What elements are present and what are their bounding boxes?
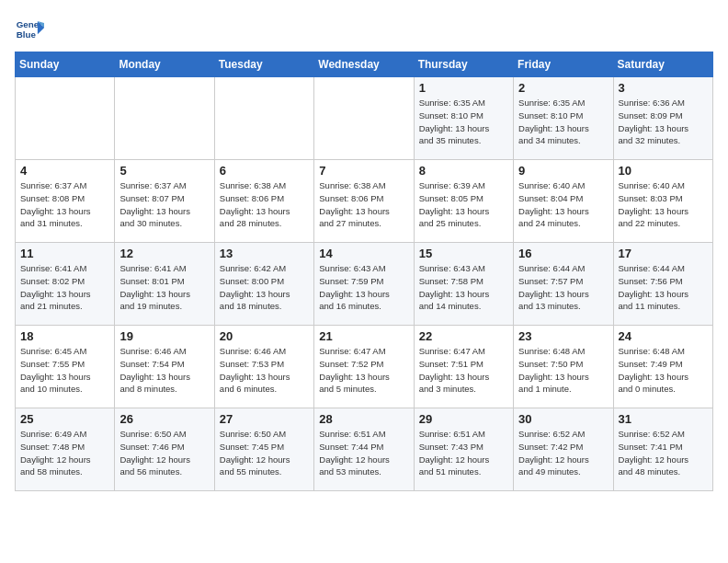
day-number: 24 (619, 329, 708, 343)
day-number: 11 (20, 247, 109, 260)
day-number: 15 (419, 247, 508, 260)
day-number: 9 (518, 164, 608, 178)
day-number: 14 (319, 247, 408, 260)
week-row-5: 25Sunrise: 6:49 AM Sunset: 7:48 PM Dayli… (16, 408, 713, 491)
week-row-2: 4Sunrise: 6:37 AM Sunset: 8:08 PM Daylig… (16, 160, 713, 243)
logo-icon: General Blue (15, 15, 44, 44)
day-info: Sunrise: 6:38 AM Sunset: 8:06 PM Dayligh… (220, 179, 309, 230)
day-number: 26 (119, 412, 209, 426)
day-number: 28 (319, 412, 408, 426)
day-info: Sunrise: 6:46 AM Sunset: 7:53 PM Dayligh… (220, 345, 309, 396)
weekday-header-row: SundayMondayTuesdayWednesdayThursdayFrid… (16, 52, 713, 77)
week-row-1: 1Sunrise: 6:35 AM Sunset: 8:10 PM Daylig… (16, 77, 713, 160)
logo: General Blue (15, 15, 50, 44)
day-info: Sunrise: 6:44 AM Sunset: 7:56 PM Dayligh… (619, 262, 708, 313)
day-info: Sunrise: 6:35 AM Sunset: 8:10 PM Dayligh… (419, 97, 508, 147)
calendar-cell (314, 77, 414, 160)
calendar-cell: 21Sunrise: 6:47 AM Sunset: 7:52 PM Dayli… (314, 326, 414, 408)
day-info: Sunrise: 6:35 AM Sunset: 8:10 PM Dayligh… (518, 97, 608, 147)
calendar-cell: 11Sunrise: 6:41 AM Sunset: 8:02 PM Dayli… (16, 243, 115, 326)
week-row-3: 11Sunrise: 6:41 AM Sunset: 8:02 PM Dayli… (16, 243, 713, 326)
day-info: Sunrise: 6:46 AM Sunset: 7:54 PM Dayligh… (119, 345, 209, 396)
day-info: Sunrise: 6:51 AM Sunset: 7:43 PM Dayligh… (419, 428, 508, 478)
day-number: 20 (220, 329, 309, 343)
calendar-cell (115, 77, 214, 160)
day-info: Sunrise: 6:41 AM Sunset: 8:01 PM Dayligh… (119, 262, 209, 313)
page-header: General Blue (15, 15, 713, 44)
day-info: Sunrise: 6:45 AM Sunset: 7:55 PM Dayligh… (20, 345, 109, 396)
calendar-cell: 4Sunrise: 6:37 AM Sunset: 8:08 PM Daylig… (16, 160, 115, 243)
day-number: 23 (518, 329, 608, 343)
day-number: 2 (518, 81, 608, 95)
weekday-header-sunday: Sunday (16, 52, 115, 77)
day-number: 13 (220, 247, 309, 260)
day-number: 21 (319, 329, 408, 343)
day-number: 8 (419, 164, 508, 178)
day-info: Sunrise: 6:39 AM Sunset: 8:05 PM Dayligh… (419, 179, 508, 230)
weekday-header-wednesday: Wednesday (314, 52, 414, 77)
calendar-cell: 14Sunrise: 6:43 AM Sunset: 7:59 PM Dayli… (314, 243, 414, 326)
day-info: Sunrise: 6:43 AM Sunset: 7:59 PM Dayligh… (319, 262, 408, 313)
day-number: 7 (319, 164, 408, 178)
day-info: Sunrise: 6:50 AM Sunset: 7:45 PM Dayligh… (220, 428, 309, 478)
day-number: 10 (619, 164, 708, 178)
day-info: Sunrise: 6:36 AM Sunset: 8:09 PM Dayligh… (619, 97, 708, 147)
day-number: 16 (518, 247, 608, 260)
calendar-cell: 2Sunrise: 6:35 AM Sunset: 8:10 PM Daylig… (514, 77, 613, 160)
day-info: Sunrise: 6:37 AM Sunset: 8:08 PM Dayligh… (20, 179, 109, 230)
day-number: 30 (518, 412, 608, 426)
day-number: 22 (419, 329, 508, 343)
day-number: 29 (419, 412, 508, 426)
calendar-cell: 12Sunrise: 6:41 AM Sunset: 8:01 PM Dayli… (115, 243, 214, 326)
day-info: Sunrise: 6:44 AM Sunset: 7:57 PM Dayligh… (518, 262, 608, 313)
day-info: Sunrise: 6:51 AM Sunset: 7:44 PM Dayligh… (319, 428, 408, 478)
week-row-4: 18Sunrise: 6:45 AM Sunset: 7:55 PM Dayli… (16, 326, 713, 408)
calendar-cell: 10Sunrise: 6:40 AM Sunset: 8:03 PM Dayli… (613, 160, 712, 243)
day-info: Sunrise: 6:47 AM Sunset: 7:51 PM Dayligh… (419, 345, 508, 396)
calendar-cell: 26Sunrise: 6:50 AM Sunset: 7:46 PM Dayli… (115, 408, 214, 491)
day-info: Sunrise: 6:52 AM Sunset: 7:42 PM Dayligh… (518, 428, 608, 478)
day-info: Sunrise: 6:48 AM Sunset: 7:49 PM Dayligh… (619, 345, 708, 396)
day-number: 5 (119, 164, 209, 178)
calendar-cell: 25Sunrise: 6:49 AM Sunset: 7:48 PM Dayli… (16, 408, 115, 491)
calendar-cell: 18Sunrise: 6:45 AM Sunset: 7:55 PM Dayli… (16, 326, 115, 408)
day-number: 25 (20, 412, 109, 426)
calendar-cell: 27Sunrise: 6:50 AM Sunset: 7:45 PM Dayli… (214, 408, 313, 491)
day-info: Sunrise: 6:47 AM Sunset: 7:52 PM Dayligh… (319, 345, 408, 396)
calendar-cell: 9Sunrise: 6:40 AM Sunset: 8:04 PM Daylig… (514, 160, 613, 243)
calendar-cell: 23Sunrise: 6:48 AM Sunset: 7:50 PM Dayli… (514, 326, 613, 408)
day-number: 1 (419, 81, 508, 95)
calendar-cell (214, 77, 313, 160)
calendar-cell: 24Sunrise: 6:48 AM Sunset: 7:49 PM Dayli… (613, 326, 712, 408)
day-info: Sunrise: 6:40 AM Sunset: 8:04 PM Dayligh… (518, 179, 608, 230)
calendar-cell: 20Sunrise: 6:46 AM Sunset: 7:53 PM Dayli… (214, 326, 313, 408)
calendar-cell: 3Sunrise: 6:36 AM Sunset: 8:09 PM Daylig… (613, 77, 712, 160)
calendar-table: SundayMondayTuesdayWednesdayThursdayFrid… (15, 52, 713, 491)
calendar-cell: 22Sunrise: 6:47 AM Sunset: 7:51 PM Dayli… (414, 326, 513, 408)
weekday-header-friday: Friday (514, 52, 613, 77)
day-info: Sunrise: 6:40 AM Sunset: 8:03 PM Dayligh… (619, 179, 708, 230)
calendar-cell: 7Sunrise: 6:38 AM Sunset: 8:06 PM Daylig… (314, 160, 414, 243)
calendar-cell: 8Sunrise: 6:39 AM Sunset: 8:05 PM Daylig… (414, 160, 513, 243)
calendar-cell: 6Sunrise: 6:38 AM Sunset: 8:06 PM Daylig… (214, 160, 313, 243)
day-number: 17 (619, 247, 708, 260)
day-info: Sunrise: 6:41 AM Sunset: 8:02 PM Dayligh… (20, 262, 109, 313)
day-number: 6 (220, 164, 309, 178)
calendar-cell: 29Sunrise: 6:51 AM Sunset: 7:43 PM Dayli… (414, 408, 513, 491)
day-info: Sunrise: 6:50 AM Sunset: 7:46 PM Dayligh… (119, 428, 209, 478)
weekday-header-saturday: Saturday (613, 52, 712, 77)
day-number: 27 (220, 412, 309, 426)
calendar-cell: 17Sunrise: 6:44 AM Sunset: 7:56 PM Dayli… (613, 243, 712, 326)
calendar-cell: 15Sunrise: 6:43 AM Sunset: 7:58 PM Dayli… (414, 243, 513, 326)
day-number: 4 (20, 164, 109, 178)
calendar-cell: 5Sunrise: 6:37 AM Sunset: 8:07 PM Daylig… (115, 160, 214, 243)
day-number: 3 (619, 81, 708, 95)
day-number: 19 (119, 329, 209, 343)
weekday-header-monday: Monday (115, 52, 214, 77)
calendar-cell: 1Sunrise: 6:35 AM Sunset: 8:10 PM Daylig… (414, 77, 513, 160)
day-info: Sunrise: 6:48 AM Sunset: 7:50 PM Dayligh… (518, 345, 608, 396)
day-number: 12 (119, 247, 209, 260)
day-number: 18 (20, 329, 109, 343)
calendar-cell: 13Sunrise: 6:42 AM Sunset: 8:00 PM Dayli… (214, 243, 313, 326)
day-info: Sunrise: 6:52 AM Sunset: 7:41 PM Dayligh… (619, 428, 708, 478)
